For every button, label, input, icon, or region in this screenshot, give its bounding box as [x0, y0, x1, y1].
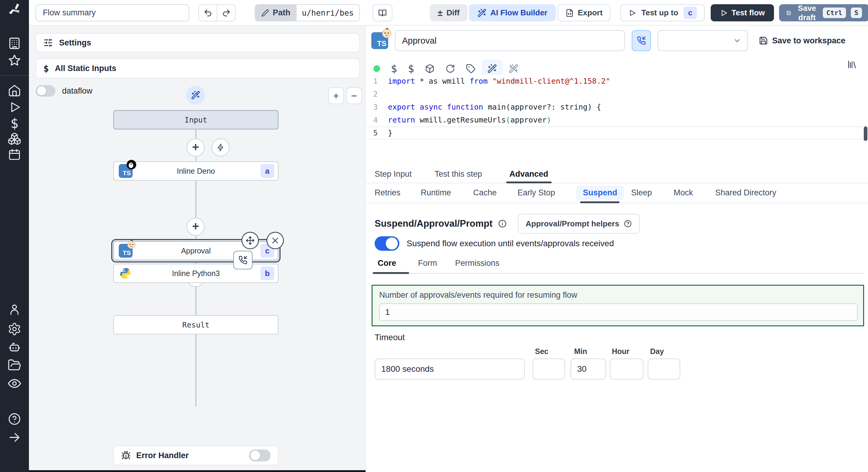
plus-minus-icon: ± [438, 8, 442, 18]
subtab-form[interactable]: Form [418, 259, 437, 268]
ai-assistant-button[interactable] [186, 86, 205, 104]
approvals-required-input[interactable] [379, 303, 858, 321]
subtab-core[interactable]: Core [378, 259, 396, 268]
path-control[interactable]: Path u/henri/bes [255, 4, 360, 21]
redo-button[interactable] [217, 4, 236, 21]
diff-button[interactable]: ± Diff [430, 4, 467, 21]
subtab-early-stop[interactable]: Early Stop [518, 188, 555, 198]
pencil-icon [261, 9, 269, 17]
trigger-bolt-button[interactable] [212, 138, 230, 157]
resources-dollar-icon[interactable]: $ [408, 63, 414, 75]
undo-redo-group [198, 4, 236, 21]
folders-folder-icon[interactable] [7, 358, 22, 372]
timeout-day-input[interactable] [648, 359, 680, 380]
suspend-enable-toggle[interactable] [375, 236, 399, 251]
approval-prompt-helpers-button[interactable]: Approval/Prompt helpers [518, 214, 640, 234]
docs-book-button[interactable] [373, 4, 393, 21]
code-line[interactable]: 5} [366, 127, 868, 139]
path-value[interactable]: u/henri/bes [297, 5, 359, 21]
min-label: Min [574, 347, 587, 356]
step-id-badge: a [260, 164, 274, 178]
undo-button[interactable] [198, 4, 217, 21]
flow-node-inline-deno[interactable]: TS Inline Deno a [113, 161, 278, 180]
code-line[interactable]: 3export async function main(approver?: s… [366, 101, 868, 113]
audit-eye-icon[interactable] [7, 376, 22, 391]
resources-boxes-icon[interactable] [7, 132, 22, 146]
all-static-inputs-row[interactable]: $ All Static Inputs [36, 58, 360, 78]
insert-step-button[interactable]: + [187, 138, 205, 157]
timeout-sec-input[interactable] [532, 359, 565, 380]
users-person-icon[interactable] [8, 303, 21, 316]
flow-bottom-scrollbar[interactable] [29, 470, 366, 472]
schedules-calendar-icon[interactable] [8, 148, 21, 161]
help-circle-icon[interactable] [7, 412, 22, 426]
timeout-min-input[interactable] [570, 359, 606, 380]
suspend-toggle-label: Suspend flow execution until events/appr… [407, 239, 614, 248]
subtab-sleep[interactable]: Sleep [631, 188, 652, 198]
left-nav-rail: $ [0, 0, 29, 472]
tab-advanced[interactable]: Advanced [509, 169, 548, 179]
flow-node-input[interactable]: Input [113, 110, 278, 129]
tag-icon[interactable] [466, 64, 475, 73]
subtab-mock[interactable]: Mock [674, 188, 693, 198]
runs-play-icon[interactable] [8, 101, 21, 114]
test-up-to-button[interactable]: Test up to c [620, 4, 705, 21]
undo-icon [204, 8, 213, 18]
package-icon[interactable] [425, 64, 435, 73]
code-line[interactable]: 2 [366, 88, 868, 101]
editor-scrollbar[interactable] [864, 127, 867, 141]
flow-node-inline-python3[interactable]: Inline Python3 b [113, 264, 278, 283]
subtab-suspend[interactable]: Suspend [576, 186, 624, 200]
favorites-star-icon[interactable] [7, 54, 22, 68]
zoom-out-button[interactable]: − [346, 87, 362, 104]
zoom-in-button[interactable]: + [328, 87, 344, 104]
timeout-value-input[interactable] [375, 359, 525, 380]
export-button[interactable]: Export [558, 4, 610, 21]
workers-robot-icon[interactable] [7, 340, 22, 354]
reload-icon[interactable] [445, 64, 455, 73]
approval-phone-badge[interactable] [233, 251, 253, 269]
home-icon[interactable] [7, 84, 22, 98]
move-icon [246, 236, 255, 245]
rail-divider [0, 75, 29, 76]
save-draft-button[interactable]: Save draft Ctrl S [779, 4, 868, 21]
ai-flow-builder-button[interactable]: AI Flow Builder [469, 4, 556, 21]
variables-dollar-icon[interactable]: $ [391, 63, 397, 75]
test-flow-button[interactable]: Test flow [711, 4, 774, 21]
library-icon[interactable] [847, 59, 857, 70]
phone-incoming-icon [239, 256, 247, 265]
subtab-permissions[interactable]: Permissions [455, 259, 499, 268]
flow-summary-input[interactable] [36, 4, 189, 21]
timeout-hour-input[interactable] [610, 359, 644, 380]
subtab-shared-directory[interactable]: Shared Directory [715, 188, 776, 198]
subtab-cache[interactable]: Cache [473, 188, 497, 198]
wand-off-icon[interactable] [509, 64, 518, 73]
script-version-select[interactable] [658, 30, 748, 51]
collapse-arrow-right-icon[interactable] [8, 431, 21, 444]
delete-step-button[interactable] [267, 232, 284, 249]
subtab-retries[interactable]: Retries [375, 188, 401, 198]
error-handler-row[interactable]: Error Handler [113, 445, 278, 465]
tabs-track [373, 273, 864, 274]
tab-test-this-step[interactable]: Test this step [435, 169, 482, 179]
save-to-workspace-button[interactable]: Save to workspace [759, 36, 845, 45]
subtab-runtime[interactable]: Runtime [421, 188, 451, 198]
tab-step-input[interactable]: Step Input [375, 169, 412, 179]
settings-gear-icon[interactable] [7, 322, 22, 336]
error-handler-toggle[interactable] [249, 449, 271, 462]
step-name-input[interactable] [395, 30, 625, 51]
dataflow-toggle[interactable] [36, 85, 56, 97]
code-line[interactable]: 4 return wmill.getResumeUrls(approver) [366, 113, 868, 127]
flow-settings-row[interactable]: Settings [36, 33, 360, 53]
play-icon [628, 9, 636, 17]
code-line[interactable]: 1import * as wmill from "windmill-client… [366, 75, 868, 88]
approvals-required-box: Number of approvals/events required for … [372, 285, 864, 326]
move-step-button[interactable] [241, 232, 259, 249]
flow-node-result[interactable]: Result [113, 315, 278, 334]
insert-step-button[interactable]: + [187, 217, 205, 236]
windmill-logo-icon[interactable] [7, 1, 22, 17]
suspend-phone-button[interactable] [632, 30, 651, 51]
variables-dollar-icon[interactable]: $ [10, 115, 19, 131]
workspace-building-icon[interactable] [7, 36, 22, 50]
code-editor[interactable]: 1import * as wmill from "windmill-client… [366, 75, 868, 164]
